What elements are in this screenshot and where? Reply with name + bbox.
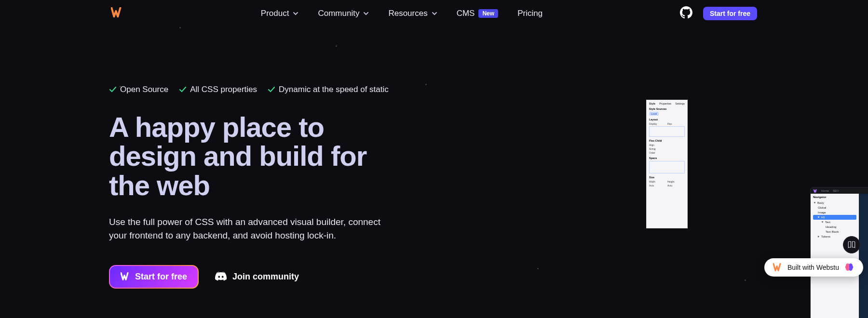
start-for-free-button[interactable]: Start for free [109,265,199,289]
topbar-seo[interactable]: SEO [833,189,839,192]
tab-properties[interactable]: Properties [659,102,671,105]
check-icon [268,86,275,93]
header-actions: Start for free [680,6,757,21]
check-icon [179,86,187,93]
logo-icon [773,263,783,272]
navigator-panel: Navigator Body Global Image H1 Text Head… [811,194,859,318]
tree-row[interactable]: Text Block [813,229,856,234]
chip-label: All CSS properties [190,85,257,94]
nav-community[interactable]: Community [318,9,369,18]
chip-all-css: All CSS properties [179,85,257,94]
nav-label: Product [261,9,289,18]
built-with-badge[interactable]: Built with Webstu [764,258,863,277]
logo[interactable] [111,7,123,20]
join-community-link[interactable]: Join community [215,272,299,282]
section-layout: Layout [649,118,685,121]
topbar-home[interactable]: Home [821,189,829,192]
github-icon [680,6,692,19]
chevron-down-icon [432,11,437,16]
editor-canvas: CSS Full power CSS for signers A visual … [859,194,868,318]
space-box[interactable] [649,161,685,173]
chip-label: Open Source [120,85,168,94]
hero-headline: A happy place to design and build for th… [109,113,408,200]
nav-label: Community [318,9,359,18]
hero-subtext: Use the full power of CSS with an advanc… [109,215,389,243]
editor-topbar: Home SEO 640 768 991 1280 Share Publish [811,187,868,194]
editor-window: Home SEO 640 768 991 1280 Share Publish … [810,187,868,318]
discord-icon [215,272,227,281]
nav-cms[interactable]: CMS New [457,9,498,18]
section-size: Size [649,176,685,179]
tab-style[interactable]: Style [649,102,655,105]
github-link[interactable] [680,6,692,21]
hero: Open Source All CSS properties Dynamic a… [109,85,408,289]
editor-preview: Home SEO 640 768 991 1280 Share Publish … [405,93,688,228]
chevron-down-icon [363,11,369,16]
tab-settings[interactable]: Settings [675,102,685,105]
tree-row-selected[interactable]: H1 [813,215,856,220]
logo-icon [814,189,817,193]
nav-resources[interactable]: Resources [388,9,437,18]
feature-chips: Open Source All CSS properties Dynamic a… [109,85,408,94]
style-sources-label: Style Sources [649,107,685,110]
logo-icon [111,7,123,18]
nav-label: CMS [457,9,475,18]
tree-row[interactable]: Text [813,220,856,225]
tree-row[interactable]: Image [813,210,856,215]
button-label: Start for free [135,272,187,282]
book-icon [847,240,856,249]
built-with-label: Built with Webstu [787,264,839,271]
nav-product[interactable]: Product [261,9,299,18]
chip-label: Dynamic at the speed of static [279,85,389,94]
tree-row[interactable]: Heading [813,225,856,229]
tree-row[interactable]: Global [813,205,856,210]
source-local-chip[interactable]: Local [649,112,659,116]
docs-button[interactable] [843,236,860,253]
link-label: Join community [232,272,299,282]
new-badge: New [478,9,498,18]
nav-label: Pricing [517,9,542,18]
section-space: Space [649,157,685,159]
style-panel: Style Properties Settings Style Sources … [646,100,688,228]
logo-icon [121,272,130,281]
primary-nav: Product Community Resources CMS New Pric… [261,9,542,18]
tree-row[interactable]: Body [813,200,856,205]
section-flex-child: Flex Child [649,139,685,142]
chip-dynamic: Dynamic at the speed of static [268,85,389,94]
navigator-title: Navigator [813,196,856,199]
nav-pricing[interactable]: Pricing [517,9,542,18]
brain-icon [844,262,854,273]
site-header: Product Community Resources CMS New Pric… [0,0,868,27]
chevron-down-icon [293,11,298,16]
nav-label: Resources [388,9,427,18]
hero-cta-row: Start for free Join community [109,265,408,289]
layout-box[interactable] [649,126,685,137]
chip-open-source: Open Source [109,85,168,94]
check-icon [109,86,117,93]
start-for-free-header[interactable]: Start for free [703,7,757,20]
